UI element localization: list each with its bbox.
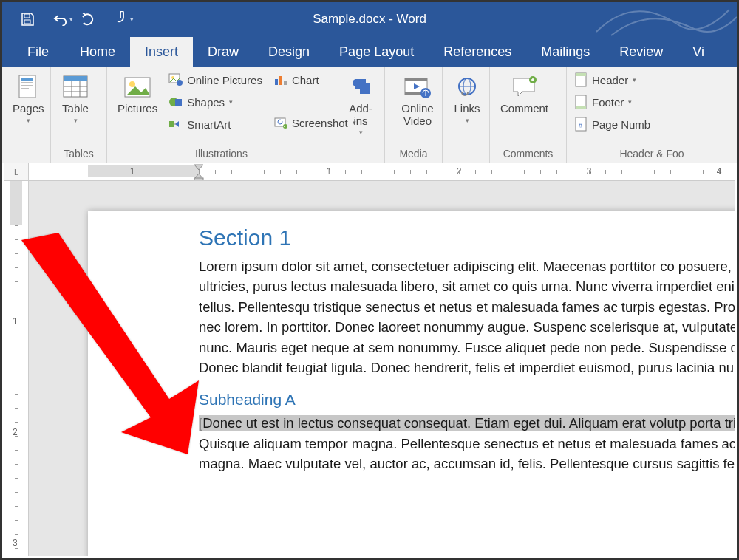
svg-rect-4	[21, 82, 33, 83]
save-icon[interactable]	[17, 9, 38, 30]
svg-point-27	[353, 79, 360, 86]
svg-rect-37	[576, 73, 586, 76]
svg-point-14	[129, 81, 135, 87]
smartart-icon	[168, 116, 184, 132]
svg-rect-42	[194, 178, 203, 180]
group-pages: Pages ▾	[2, 67, 51, 163]
redo-icon[interactable]	[78, 9, 98, 30]
svg-point-17	[177, 80, 183, 86]
online-pictures-icon	[168, 72, 184, 88]
illustrations-group-label: Illustrations	[113, 148, 330, 161]
tab-file[interactable]: File	[11, 37, 65, 67]
tables-group-label: Tables	[57, 148, 101, 161]
links-icon	[453, 73, 481, 101]
group-links: Links ▾	[443, 67, 490, 163]
comment-icon	[511, 73, 539, 101]
pictures-label: Pictures	[118, 103, 157, 115]
group-media: Online Video Media	[385, 67, 443, 163]
svg-rect-39	[576, 106, 586, 109]
page[interactable]: Section 1 Lorem ipsum dolor sit amet, co…	[88, 211, 735, 556]
group-illustrations: Pictures Online Pictures Shapes▾ SmartAr…	[107, 67, 336, 163]
svg-rect-8	[64, 76, 87, 81]
media-group-label: Media	[391, 148, 436, 161]
tab-home[interactable]: Home	[65, 37, 130, 67]
screenshot-icon	[273, 115, 289, 131]
hf-group-label: Header & Foo	[573, 148, 731, 161]
svg-rect-21	[275, 79, 278, 85]
heading-sub-a[interactable]: Subheading A	[199, 391, 735, 409]
comments-group-label: Comments	[496, 148, 560, 161]
header-button[interactable]: Header▾	[573, 70, 650, 89]
tab-insert[interactable]: Insert	[130, 37, 193, 67]
smartart-button[interactable]: SmartArt	[168, 115, 262, 134]
tab-draw[interactable]: Draw	[193, 37, 253, 67]
svg-text:#: #	[579, 122, 582, 129]
group-addins: Add-ins ▾	[336, 67, 385, 163]
comment-button[interactable]: Comment	[496, 70, 553, 118]
touch-mode-icon[interactable]: ▾	[113, 9, 134, 30]
tab-mailings[interactable]: Mailings	[526, 37, 605, 67]
links-label: Links	[454, 103, 480, 115]
svg-rect-19	[175, 99, 182, 106]
vertical-ruler[interactable]: 1 2 3	[4, 181, 29, 556]
tab-view-cut[interactable]: Vi	[678, 37, 719, 67]
svg-rect-23	[284, 81, 287, 85]
addins-button[interactable]: Add-ins ▾	[342, 70, 379, 139]
pictures-icon	[123, 73, 151, 101]
tab-design[interactable]: Design	[253, 37, 324, 67]
svg-rect-22	[279, 76, 282, 85]
svg-rect-1	[24, 20, 30, 24]
svg-rect-29	[405, 78, 427, 81]
tab-page-layout[interactable]: Page Layout	[324, 37, 429, 67]
header-icon	[573, 72, 589, 88]
decoration-swirl	[589, 2, 737, 36]
page-number-button[interactable]: # Page Numb	[573, 115, 650, 134]
footer-button[interactable]: Footer▾	[573, 92, 650, 112]
pages-icon	[14, 73, 42, 101]
pages-label: Pages	[13, 103, 44, 115]
svg-rect-0	[24, 14, 30, 18]
pages-button[interactable]: Pages ▾	[8, 70, 49, 127]
paragraph-2[interactable]: [Donec ut est in lectus consequat conseq…	[199, 413, 735, 474]
quick-access-toolbar: ▾ ▾	[2, 9, 134, 30]
svg-rect-5	[21, 85, 33, 86]
pictures-button[interactable]: Pictures	[113, 70, 162, 118]
links-button[interactable]: Links ▾	[449, 70, 486, 127]
page-number-icon: #	[573, 116, 589, 132]
addins-icon	[347, 73, 375, 101]
table-icon	[61, 73, 89, 101]
comment-label: Comment	[500, 103, 548, 115]
table-label: Table	[62, 103, 89, 115]
shapes-button[interactable]: Shapes▾	[168, 92, 262, 112]
online-pictures-button[interactable]: Online Pictures	[168, 70, 262, 89]
title-bar: ▾ ▾ Sample.docx - Word	[2, 2, 737, 36]
shapes-icon	[168, 94, 184, 110]
ribbon: Pages ▾ Table ▾ Tables	[2, 67, 737, 163]
group-header-footer: Header▾ Footer▾ # Page Numb Header & Foo	[567, 67, 737, 163]
paragraph-1[interactable]: Lorem ipsum dolor sit amet, consectetuer…	[199, 256, 735, 378]
group-comments: Comment Comments	[490, 67, 567, 163]
svg-rect-3	[21, 78, 33, 81]
svg-rect-6	[21, 88, 29, 89]
ribbon-tabs: File Home Insert Draw Design Page Layout…	[2, 36, 737, 67]
table-button[interactable]: Table ▾	[57, 70, 94, 127]
tab-review[interactable]: Review	[605, 37, 678, 67]
heading-section1[interactable]: Section 1	[199, 225, 735, 250]
horizontal-ruler[interactable]: 1 1 2 3 4	[29, 163, 735, 181]
group-tables: Table ▾ Tables	[51, 67, 107, 163]
undo-icon[interactable]: ▾	[52, 9, 73, 30]
ruler-corner[interactable]: L	[4, 163, 29, 181]
footer-icon	[573, 94, 589, 110]
online-video-label: Online Video	[395, 103, 440, 127]
tab-references[interactable]: References	[429, 37, 526, 67]
addins-label: Add-ins	[347, 103, 375, 127]
selected-text[interactable]: [Donec ut est in lectus consequat conseq…	[199, 415, 735, 431]
svg-rect-20	[169, 121, 174, 127]
chart-icon	[273, 72, 289, 88]
online-video-button[interactable]: Online Video	[391, 70, 444, 130]
document-area[interactable]: Section 1 Lorem ipsum dolor sit amet, co…	[29, 181, 735, 556]
online-video-icon	[403, 73, 432, 101]
